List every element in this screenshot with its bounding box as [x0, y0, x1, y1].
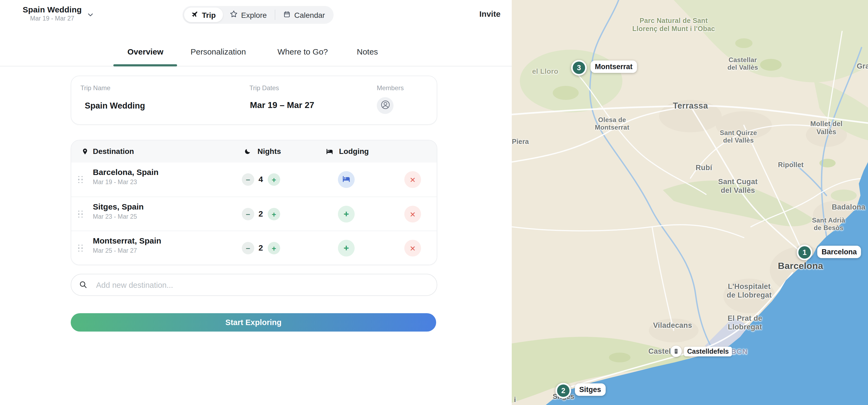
map-label-hospitalet: L'Hospitalet de Llobregat: [727, 282, 772, 300]
map-label-mollet: Mollet del Vallès: [806, 120, 847, 136]
map-label-sant-quirze: Sant Quirze del Vallès: [720, 129, 757, 144]
marker-number[interactable]: 1: [797, 244, 812, 260]
bed-icon: [342, 174, 351, 185]
table-header: Destination Nights Lodging: [71, 140, 437, 163]
col-lodging: Lodging: [339, 147, 369, 155]
map-label-ripollet: Ripollet: [778, 161, 804, 169]
destinations-table: Destination Nights Lodging Barcelona, Sp…: [71, 140, 437, 265]
map-label-sant-adria: Sant Adrià de Besòs: [812, 216, 845, 232]
delete-destination-button[interactable]: ✕: [404, 171, 421, 188]
map-label-granollers-clipped: Gra: [857, 62, 868, 71]
map-label-olesa: Olesa de Montserrat: [595, 116, 629, 132]
app-window: Spain Wedding Mar 19 - Mar 27 Trip Explo…: [0, 0, 868, 405]
map-label-piera: Piera: [512, 138, 529, 146]
poi-label: Castelldefels: [684, 346, 732, 356]
col-nights: Nights: [257, 147, 281, 155]
marker-number[interactable]: 3: [571, 60, 587, 76]
destination-name: Sitges, Spain: [93, 202, 144, 211]
nights-increase-button[interactable]: +: [268, 208, 280, 220]
destination-dates: Mar 25 - Mar 27: [93, 247, 137, 254]
marker-label[interactable]: Barcelona: [817, 246, 861, 258]
marker-number[interactable]: 2: [555, 383, 571, 399]
map-label-terrassa: Terrassa: [673, 101, 708, 111]
members-label: Members: [377, 84, 404, 92]
search-icon: [79, 280, 88, 291]
add-lodging-button[interactable]: +: [338, 206, 355, 223]
map-label-sant-cugat: Sant Cugat del Vallès: [718, 178, 758, 195]
map-canvas[interactable]: el Lloro Parc Natural de Sant Llorenç de…: [512, 0, 868, 405]
drag-handle[interactable]: [78, 211, 83, 218]
nights-decrease-button[interactable]: −: [242, 208, 254, 220]
trip-name-value[interactable]: Spain Wedding: [85, 101, 145, 111]
trip-dates-value[interactable]: Mar 19 – Mar 27: [250, 100, 314, 110]
map-label-el-lloro: el Lloro: [532, 67, 558, 76]
col-destination: Destination: [93, 147, 134, 155]
map-pin-icon: [82, 147, 89, 157]
marker-label[interactable]: Montserrat: [591, 60, 637, 73]
nights-value: 2: [255, 209, 266, 218]
map-label-badalona: Badalona: [832, 203, 866, 212]
map-label-parc-natural: Parc Natural de Sant Llorenç del Munt i …: [632, 17, 715, 33]
destination-row-sitges: Sitges, Spain Mar 23 - Mar 25 − 2 + + ✕: [71, 197, 437, 231]
trip-info-card: Trip Name Spain Wedding Trip Dates Mar 1…: [71, 76, 437, 125]
active-tab-indicator: [113, 64, 177, 66]
start-exploring-button[interactable]: Start Exploring: [71, 313, 436, 331]
map-label-castellar: Castellar del Vallès: [727, 56, 758, 71]
add-lodging-button[interactable]: +: [338, 240, 355, 257]
map-label-bcn-airport: BCN: [731, 347, 748, 356]
nights-increase-button[interactable]: +: [268, 242, 280, 254]
trip-dates-label: Trip Dates: [249, 84, 279, 92]
map-label-viladecans: Viladecans: [653, 321, 692, 330]
bed-icon: [326, 147, 334, 158]
section-tabbar: Overview Personalization Where to Go? No…: [0, 0, 512, 66]
map-label-clipped-fragment: i: [514, 396, 516, 404]
building-icon: [671, 346, 682, 357]
map-label-barcelona-city: Barcelona: [778, 261, 823, 271]
nights-value: 4: [255, 174, 266, 183]
map-label-rubi: Rubí: [695, 164, 712, 172]
person-icon: [380, 99, 391, 112]
tab-where-to-go[interactable]: Where to Go?: [277, 47, 328, 56]
map-label-el-prat: El Prat de Llobregat: [727, 314, 763, 331]
map-label-castelldefels-town: Castel: [648, 347, 671, 356]
drag-handle[interactable]: [78, 176, 83, 183]
nights-increase-button[interactable]: +: [268, 173, 280, 186]
destination-row-barcelona: Barcelona, Spain Mar 19 - Mar 23 − 4 + ✕: [71, 163, 437, 197]
nights-value: 2: [255, 243, 266, 252]
tab-notes[interactable]: Notes: [357, 47, 378, 56]
destination-name: Barcelona, Spain: [93, 167, 158, 177]
delete-destination-button[interactable]: ✕: [404, 206, 421, 223]
nights-decrease-button[interactable]: −: [242, 173, 254, 186]
map-tiles: [512, 0, 868, 405]
destination-dates: Mar 19 - Mar 23: [93, 179, 137, 185]
destination-dates: Mar 23 - Mar 25: [93, 213, 137, 220]
delete-destination-button[interactable]: ✕: [404, 240, 421, 257]
trip-name-label: Trip Name: [81, 84, 111, 92]
add-destination-input[interactable]: [95, 275, 421, 295]
drag-handle[interactable]: [78, 244, 83, 252]
tab-personalization[interactable]: Personalization: [191, 47, 246, 56]
tab-overview[interactable]: Overview: [127, 47, 163, 56]
nights-decrease-button[interactable]: −: [242, 242, 254, 254]
marker-label[interactable]: Sitges: [575, 383, 606, 396]
add-destination-search: [71, 274, 437, 296]
moon-icon: [244, 147, 251, 157]
destination-row-montserrat: Montserrat, Spain Mar 25 - Mar 27 − 2 + …: [71, 231, 437, 265]
trip-panel: Spain Wedding Mar 19 - Mar 27 Trip Explo…: [0, 0, 512, 405]
lodging-button[interactable]: [338, 171, 355, 188]
member-avatar[interactable]: [377, 97, 394, 114]
poi-castelldefels[interactable]: Castelldefels: [671, 346, 732, 357]
destination-name: Montserrat, Spain: [93, 236, 161, 245]
